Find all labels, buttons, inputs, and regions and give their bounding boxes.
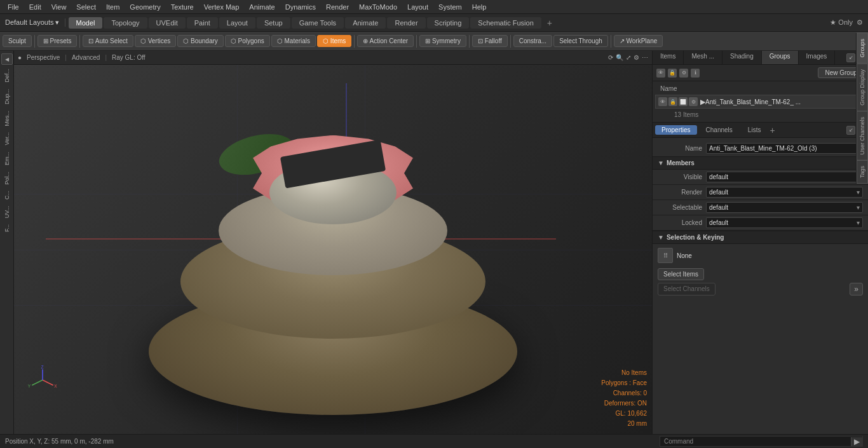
edge-tab-tags[interactable]: Tags	[857, 160, 868, 184]
command-run-btn[interactable]: ▶	[851, 437, 862, 446]
tab-add-panel[interactable]: +	[770, 126, 775, 135]
left-label-ver[interactable]: Ver...	[3, 130, 11, 148]
viewport-canvas[interactable]: No Items Polygons : Face Channels: 0 Def…	[14, 65, 652, 434]
tab-setup[interactable]: Setup	[257, 17, 290, 29]
group-icon-eye[interactable]: 👁	[656, 69, 665, 78]
prop-selectable-dropdown[interactable]: default ▾	[706, 202, 863, 213]
left-label-deformers[interactable]: Def...	[3, 66, 11, 85]
tab-scripting[interactable]: Scripting	[427, 17, 470, 29]
sculpt-btn[interactable]: Sculpt	[3, 35, 32, 47]
menu-render[interactable]: Render	[321, 0, 354, 14]
group-row-1[interactable]: 👁 🔒 ⬜ ⚙ ▶ Anti_Tank_Blast_Mine_TM-62_ ..…	[655, 95, 865, 109]
group-icon-settings[interactable]: ⚙	[679, 69, 688, 78]
menu-dynamics[interactable]: Dynamics	[280, 0, 321, 14]
symmetry-btn[interactable]: ⊞ Symmetry	[419, 35, 466, 47]
menu-file[interactable]: File	[3, 0, 24, 14]
left-label-em[interactable]: Em...	[3, 149, 11, 168]
edge-tab-groups[interactable]: Groups	[857, 33, 868, 64]
menu-system[interactable]: System	[433, 0, 467, 14]
left-label-pol[interactable]: Pol...	[3, 169, 11, 187]
panel-minimize-btn[interactable]: ↙	[846, 126, 855, 135]
group-row-icon-eye[interactable]: 👁	[658, 97, 667, 106]
group-icon-info[interactable]: ℹ	[691, 69, 700, 78]
tab-layout[interactable]: Layout	[219, 17, 255, 29]
boundary-btn[interactable]: ⬡ Boundary	[177, 35, 224, 47]
group-icon-lock[interactable]: 🔒	[668, 69, 677, 78]
viewport-raygl[interactable]: Ray GL: Off	[112, 54, 146, 61]
tab-animate[interactable]: Animate	[345, 17, 386, 29]
left-label-c[interactable]: C...	[3, 188, 11, 202]
command-input[interactable]	[697, 437, 851, 446]
tab-model[interactable]: Model	[69, 17, 103, 29]
tab-images[interactable]: Images	[799, 51, 836, 64]
tab-schematic[interactable]: Schematic Fusion	[470, 17, 541, 29]
layout-preset[interactable]: Default Layouts ▾	[0, 18, 65, 27]
constraint-btn[interactable]: Constra...	[513, 35, 552, 47]
viewport-icon-zoom[interactable]: 🔍	[616, 54, 623, 61]
group-row-icon-box[interactable]: ⬜	[679, 97, 688, 106]
tab-shading[interactable]: Shading	[722, 51, 762, 64]
group-row-icon-settings[interactable]: ⚙	[689, 97, 698, 106]
right-panel-minimize[interactable]: ↙	[846, 53, 855, 62]
selkeying-section-header[interactable]: ▼ Selection & Keying	[653, 231, 868, 244]
viewport-shading[interactable]: Advanced	[72, 54, 100, 61]
tab-items[interactable]: Items	[653, 51, 684, 64]
menu-help[interactable]: Help	[467, 0, 492, 14]
tab-properties[interactable]: Properties	[655, 125, 697, 135]
tab-render[interactable]: Render	[387, 17, 425, 29]
menu-geometry[interactable]: Geometry	[125, 0, 165, 14]
menu-edit[interactable]: Edit	[24, 0, 46, 14]
edge-tab-user-channels[interactable]: User Channels	[857, 111, 868, 161]
prop-render-dropdown[interactable]: default ▾	[706, 187, 863, 198]
tab-paint[interactable]: Paint	[187, 17, 218, 29]
expand-button[interactable]: »	[850, 283, 863, 295]
left-label-mesh[interactable]: Mes...	[3, 108, 11, 129]
tab-uvedit[interactable]: UVEdit	[149, 17, 186, 29]
viewport-icon-settings[interactable]: ⚙	[634, 54, 639, 61]
tab-groups[interactable]: Groups	[762, 51, 799, 64]
viewport-perspective[interactable]: Perspective	[27, 54, 60, 61]
group-row-icon-lock[interactable]: 🔒	[668, 97, 677, 106]
viewport-icon-rotate[interactable]: ⟳	[608, 54, 613, 61]
select-through-btn[interactable]: Select Through	[553, 35, 608, 47]
left-sidebar-toggle[interactable]: ◀	[1, 53, 13, 65]
viewport-content[interactable]: No Items Polygons : Face Channels: 0 Def…	[14, 65, 652, 434]
materials-btn[interactable]: ⬡ Materials	[271, 35, 316, 47]
polygons-btn[interactable]: ⬡ Polygons	[225, 35, 270, 47]
left-label-f[interactable]: F...	[3, 222, 11, 234]
vertices-btn[interactable]: ⬡ Vertices	[135, 35, 176, 47]
edge-tab-group-display[interactable]: Group Display	[857, 64, 868, 111]
action-center-btn[interactable]: ⊕ Action Center	[357, 35, 414, 47]
keying-icon[interactable]: ⠿	[658, 248, 673, 263]
prop-name-input[interactable]	[706, 143, 863, 154]
members-section-header[interactable]: ▼ Members	[653, 156, 868, 170]
auto-select-btn[interactable]: ⊡ Auto Select	[83, 35, 133, 47]
settings-icon[interactable]: ⚙	[857, 18, 863, 27]
viewport-icon-more[interactable]: ⋯	[642, 54, 648, 61]
left-label-dup[interactable]: Dup...	[3, 86, 11, 107]
select-items-button[interactable]: Select Items	[658, 268, 704, 280]
tab-gametools[interactable]: Game Tools	[292, 17, 344, 29]
select-channels-button[interactable]: Select Channels	[658, 283, 715, 295]
star-only-label[interactable]: ★ Only	[830, 18, 853, 27]
tab-mesh[interactable]: Mesh ...	[684, 51, 722, 64]
menu-texture[interactable]: Texture	[166, 0, 199, 14]
menu-item[interactable]: Item	[101, 0, 125, 14]
prop-visible-dropdown[interactable]: default ▾	[706, 172, 863, 182]
viewport-icon-maximize[interactable]: ⤢	[626, 54, 631, 61]
menu-maxtomodo[interactable]: MaxToModo	[354, 0, 402, 14]
viewport[interactable]: ● Perspective | Advanced | Ray GL: Off ⟳…	[14, 51, 652, 434]
tab-lists[interactable]: Lists	[742, 125, 768, 135]
left-label-uv[interactable]: UV...	[3, 203, 11, 221]
items-btn[interactable]: ⬡ Items	[317, 35, 351, 47]
prop-locked-dropdown[interactable]: default ▾	[706, 217, 863, 228]
tab-add-icon[interactable]: +	[542, 17, 557, 29]
menu-animate[interactable]: Animate	[244, 0, 280, 14]
menu-view[interactable]: View	[46, 0, 72, 14]
workplane-btn[interactable]: ↗ WorkPlane	[614, 35, 663, 47]
menu-layout[interactable]: Layout	[402, 0, 433, 14]
falloff-btn[interactable]: ⊡ Falloff	[472, 35, 508, 47]
menu-vertexmap[interactable]: Vertex Map	[199, 0, 245, 14]
menu-select[interactable]: Select	[71, 0, 101, 14]
tab-topology[interactable]: Topology	[104, 17, 147, 29]
